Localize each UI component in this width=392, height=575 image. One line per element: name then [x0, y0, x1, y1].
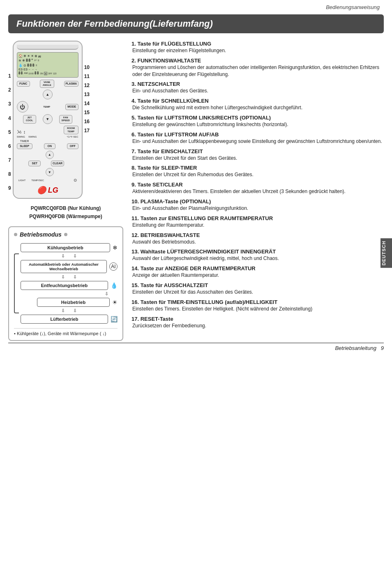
list-item: 3. NETZSCHALTEREin- und Ausschalten des … — [131, 81, 384, 94]
lg-logo-area: 🔴 LG — [17, 186, 78, 195]
item-desc: Einstellung der Raumtemperatur. — [131, 222, 384, 229]
list-item: 1. Taste für FLÜGELSTELLUNGEinstellung d… — [131, 41, 384, 54]
entfeuchtung-icon: 💧 — [111, 282, 118, 289]
jet-cool-button[interactable]: JETCOOL — [23, 115, 36, 123]
mode-row-heiz: Heizbetrieb ☀ — [21, 297, 118, 308]
bottom-note-text: • Kühlgeräte (↓), Geräte mit Wärmepumpe … — [14, 331, 106, 336]
temp-down-button[interactable]: ▼ — [43, 114, 53, 124]
item-title: 4. Taste für SCHNELLKÜHLEN — [131, 98, 384, 104]
item-desc: Ein- und Ausschalten der PlasmaReinigung… — [131, 205, 384, 212]
footer-row: Betriebsanleitung 9 — [0, 343, 392, 353]
header-italic: Bedienungsanweisung — [326, 4, 380, 10]
list-item: 9. Taste SET/CLEARAktivieren/deaktiviere… — [131, 182, 384, 195]
item-title: 9. Taste SET/CLEAR — [131, 182, 384, 188]
plasma-button[interactable]: PLASMA — [64, 81, 78, 87]
remote-swing-labels: SWING SWING °C/°F·SEC — [17, 136, 78, 138]
item-title: 8. Taste für SLEEP-TIMER — [131, 165, 384, 171]
arrow-4: ⇩⇩ — [21, 308, 118, 313]
item-desc: Ein- und Ausschalten der Luftklappenbewe… — [131, 138, 384, 145]
room-temp-button[interactable]: ROOMTEMP — [64, 126, 78, 134]
item-desc: Die Schnellkühlung wird mit extrem hoher… — [131, 104, 384, 111]
fan-speed-button[interactable]: FANSPEED — [59, 115, 72, 123]
label-1: 1 — [8, 74, 11, 78]
item-title: 7. Taste für EINSCHALTZEIT — [131, 148, 384, 154]
remote-model-text: PQWRCQ0FDB (Nur Kühlung) PQWRHQ0FDB (Wär… — [8, 205, 123, 220]
timer-label: TIMER — [20, 140, 29, 143]
kuehlung-box: Kühlungsbetrieb — [21, 243, 110, 252]
label-11: 11 — [84, 74, 90, 79]
mode-diagram-wrapper: Kühlungsbetrieb ❄ ⇩⇩ Automatikbetrieb od… — [14, 242, 118, 325]
list-item: 10. PLASMA-Taste (OPTIONAL)Ein- und Auss… — [131, 198, 384, 212]
item-title: 10. PLASMA-Taste (OPTIONAL) — [131, 198, 384, 205]
item-desc: Einstellung der einzelnen Flügelstellung… — [131, 47, 384, 54]
remote-row-power: ⏻ TEMP MODE — [17, 101, 78, 113]
set-down-button[interactable]: ▼ — [46, 168, 54, 176]
item-title: 13. Wahltaste LÜFTERGESCHWINDIGKEIT INNE… — [131, 248, 384, 255]
item-title: 6. Tasten für LUFTSTROM AUF/AB — [131, 131, 384, 138]
swing-icon: ↕ — [23, 129, 26, 134]
list-item: 17. RESET-TasteZurücksetzen der Fernbedi… — [131, 316, 384, 329]
set-button[interactable]: SET — [28, 161, 41, 166]
item-desc: Anzeige der aktuellen Raumtemperatur. — [131, 272, 384, 279]
timer-label-row: TIMER — [17, 140, 78, 143]
item-title: 14. Taste zur ANZEIGE DER RAUMTEMPERATUR — [131, 265, 384, 271]
list-item: 14. Taste zur ANZEIGE DER RAUMTEMPERATUR… — [131, 265, 384, 279]
remote-row-set: SET CLEAR — [17, 161, 78, 166]
func-button[interactable]: FUNC — [17, 81, 30, 87]
left-panel: 1 2 3 4 5 6 7 8 9 🏠❄☀☀⊗AI — [8, 41, 123, 341]
remote-body: 🏠❄☀☀⊗AI ≋❄ 88°F°≡ 💧⊙ 888≡ ⊏⊐ ⊏⊐ ↔ → — [13, 41, 83, 199]
main-content: 1 2 3 4 5 6 7 8 9 🏠❄☀☀⊗AI — [0, 41, 392, 341]
swing-label: SWING — [17, 136, 25, 138]
item-desc: Einstellen der Uhrzeit für den Start des… — [131, 155, 384, 162]
clear-button[interactable]: CLEAR — [51, 161, 64, 166]
list-item: 7. Taste für EINSCHALTZEITEinstellen der… — [131, 148, 384, 162]
label-6: 6 — [8, 144, 11, 149]
remote-display: 🏠❄☀☀⊗AI ≋❄ 88°F°≡ 💧⊙ 888≡ ⊏⊐ ⊏⊐ ↔ → — [17, 52, 78, 78]
item-title: 1. Taste für FLÜGELSTELLUNG — [131, 41, 384, 47]
label-9: 9 — [8, 186, 11, 191]
mode-row-luefter: Lüfterbetrieb 🔄 — [21, 313, 118, 325]
item-desc: Einstellen der Uhrzeit für den Ruhemodus… — [131, 171, 384, 178]
mode-button[interactable]: MODE — [65, 104, 78, 110]
heiz-icon: ☀ — [112, 299, 118, 306]
sleep-button[interactable]: SLEEP — [17, 143, 32, 149]
item-desc: Einstellen des Timers. Einstellen der He… — [131, 306, 384, 313]
temp-up-button[interactable]: ▲ — [43, 90, 53, 99]
wind-icon: 🌬 — [17, 129, 21, 134]
label-8: 8 — [8, 172, 11, 177]
on-button[interactable]: ON — [44, 143, 55, 149]
reset-dot: ⊙ — [74, 178, 77, 182]
list-item: 11. Tasten zur EINSTELLUNG DER RAUMTEMPE… — [131, 215, 384, 229]
temp-sec-label: °C/°F·SEC — [67, 136, 78, 138]
vane-angle-button[interactable]: VANEANGLE — [40, 80, 54, 88]
item-desc: Auswahl der Lüftergeschwindigkeit niedri… — [131, 255, 384, 262]
label-16: 16 — [84, 119, 90, 124]
item-desc: Einstellung der gewünschten Luftstromric… — [131, 121, 384, 128]
item-desc: Ein- und Ausschalten des Gerätes. — [131, 87, 384, 94]
set-up-button[interactable]: ▲ — [46, 151, 54, 159]
list-item: 2. FUNKTIONSWAHLTASTEProgrammieren und L… — [131, 58, 384, 78]
item-title: 11. Tasten zur EINSTELLUNG DER RAUMTEMPE… — [131, 215, 384, 221]
label-5: 5 — [8, 130, 11, 135]
item-title: 16. Tasten für TIMER-EINSTELLUNG (auf/ab… — [131, 299, 384, 305]
list-item: 16. Tasten für TIMER-EINSTELLUNG (auf/ab… — [131, 299, 384, 313]
remote-row-set-up: ▲ — [17, 151, 78, 159]
model-line1: PQWRCQ0FDB (Nur Kühlung) — [8, 205, 123, 212]
mode-row-entfeuchtung: Entfeuchtungsbetrieb 💧 — [21, 280, 118, 291]
label-4: 4 — [8, 116, 11, 121]
footer-text: Betriebsanleitung 9 — [335, 345, 384, 351]
power-button[interactable]: ⏻ — [17, 101, 28, 113]
item-desc: Aktivieren/deaktivieren des Timers. Eins… — [131, 188, 384, 195]
label-3: 3 — [8, 101, 11, 106]
arrow-3: ⇩ — [21, 291, 108, 297]
page-header: Bedienungsanweisung — [0, 0, 392, 12]
off-button[interactable]: OFF — [67, 143, 78, 149]
remote-top-curve — [17, 45, 78, 50]
kuehlung-icon: ❄ — [113, 244, 118, 251]
remote-row-1: FUNC VANEANGLE PLASMA — [17, 80, 78, 88]
item-title: 17. RESET-Taste — [131, 316, 384, 322]
remote-labels-left: 1 2 3 4 5 6 7 8 9 — [8, 41, 13, 199]
list-item: 5. Tasten für LUFTSTROM LINKS/RECHTS (OP… — [131, 115, 384, 128]
right-panel: 1. Taste für FLÜGELSTELLUNGEinstellung d… — [131, 41, 384, 341]
label-12: 12 — [84, 83, 90, 88]
